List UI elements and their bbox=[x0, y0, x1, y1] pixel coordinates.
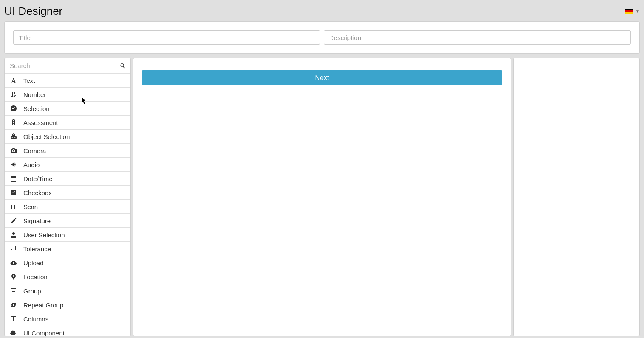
sidebar-item-tolerance[interactable]: Tolerance bbox=[5, 242, 130, 256]
sidebar-item-label: Repeat Group bbox=[23, 301, 63, 309]
tolerance-icon bbox=[10, 245, 17, 253]
sidebar-item-label: Audio bbox=[23, 161, 40, 168]
sidebar-item-label: Signature bbox=[23, 217, 51, 224]
pencil-icon bbox=[10, 217, 17, 224]
sidebar-item-ui-component[interactable]: UI Component bbox=[5, 326, 130, 336]
sidebar-item-user-selection[interactable]: User Selection bbox=[5, 228, 130, 242]
check-circle-icon bbox=[10, 105, 17, 112]
camera-icon bbox=[10, 147, 17, 154]
header: UI Designer ▼ bbox=[0, 0, 644, 21]
sidebar-item-label: Scan bbox=[23, 203, 38, 210]
sidebar-item-label: Checkbox bbox=[23, 189, 52, 196]
sidebar-item-label: Number bbox=[23, 91, 46, 98]
sidebar-item-camera[interactable]: Camera bbox=[5, 144, 130, 158]
user-icon bbox=[10, 231, 17, 239]
map-marker-icon bbox=[10, 273, 17, 281]
form-header-panel bbox=[4, 21, 640, 54]
sidebar-item-scan[interactable]: Scan bbox=[5, 200, 130, 214]
language-selector[interactable]: ▼ bbox=[625, 9, 640, 14]
sidebar-item-number[interactable]: Number bbox=[5, 88, 130, 102]
sidebar-item-label: Date/Time bbox=[23, 175, 53, 182]
search-icon[interactable] bbox=[119, 62, 126, 69]
components-sidebar: Text Number Selection Assessment Object … bbox=[4, 58, 131, 336]
page-title: UI Designer bbox=[4, 5, 62, 18]
properties-panel bbox=[513, 58, 640, 336]
sidebar-item-assessment[interactable]: Assessment bbox=[5, 116, 130, 130]
search-wrapper bbox=[5, 58, 130, 74]
sidebar-item-label: Group bbox=[23, 287, 41, 295]
sidebar-item-object-selection[interactable]: Object Selection bbox=[5, 130, 130, 144]
group-box-icon bbox=[10, 287, 17, 295]
calendar-icon bbox=[10, 175, 17, 182]
sidebar-item-label: Object Selection bbox=[23, 133, 70, 140]
chevron-down-icon: ▼ bbox=[636, 9, 640, 14]
traffic-light-icon bbox=[10, 119, 17, 126]
sidebar-item-date-time[interactable]: Date/Time bbox=[5, 172, 130, 186]
sidebar-item-label: Upload bbox=[23, 259, 44, 267]
columns-icon bbox=[10, 315, 17, 323]
sidebar-item-label: Assessment bbox=[23, 119, 58, 126]
sidebar-item-audio[interactable]: Audio bbox=[5, 158, 130, 172]
main-layout: Text Number Selection Assessment Object … bbox=[0, 58, 644, 336]
barcode-icon bbox=[10, 203, 17, 210]
sidebar-item-selection[interactable]: Selection bbox=[5, 102, 130, 116]
description-input[interactable] bbox=[324, 30, 631, 45]
repeat-icon bbox=[10, 301, 17, 309]
sidebar-item-label: Selection bbox=[23, 105, 50, 112]
cubes-icon bbox=[10, 133, 17, 140]
sidebar-item-label: Columns bbox=[23, 315, 48, 323]
search-input[interactable] bbox=[5, 58, 130, 73]
sidebar-item-location[interactable]: Location bbox=[5, 270, 130, 284]
sidebar-item-checkbox[interactable]: Checkbox bbox=[5, 186, 130, 200]
sidebar-item-label: User Selection bbox=[23, 231, 65, 239]
puzzle-icon bbox=[10, 329, 17, 336]
sidebar-item-signature[interactable]: Signature bbox=[5, 214, 130, 228]
sidebar-item-repeat-group[interactable]: Repeat Group bbox=[5, 298, 130, 312]
sidebar-item-group[interactable]: Group bbox=[5, 284, 130, 298]
check-square-icon bbox=[10, 189, 17, 196]
canvas-area[interactable]: Next bbox=[133, 58, 511, 336]
sidebar-item-text[interactable]: Text bbox=[5, 74, 130, 88]
sidebar-item-columns[interactable]: Columns bbox=[5, 312, 130, 326]
sidebar-item-label: UI Component bbox=[23, 329, 65, 337]
title-input[interactable] bbox=[13, 30, 320, 45]
sidebar-item-label: Text bbox=[23, 77, 35, 84]
sidebar-item-label: Location bbox=[23, 273, 48, 281]
flag-de-icon bbox=[625, 9, 633, 14]
sidebar-item-label: Tolerance bbox=[23, 245, 51, 253]
sidebar-item-upload[interactable]: Upload bbox=[5, 256, 130, 270]
sort-numeric-icon bbox=[10, 91, 17, 98]
volume-icon bbox=[10, 161, 17, 168]
font-icon bbox=[10, 77, 17, 84]
next-button[interactable]: Next bbox=[142, 70, 502, 85]
sidebar-item-label: Camera bbox=[23, 147, 46, 154]
cloud-upload-icon bbox=[10, 259, 17, 267]
